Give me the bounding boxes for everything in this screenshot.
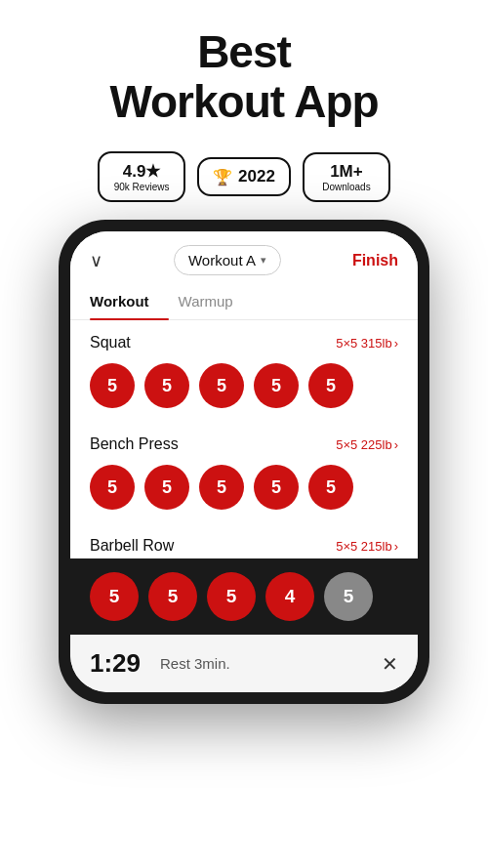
rating-badge: 4.9★ 90k Reviews: [98, 151, 185, 202]
finish-button[interactable]: Finish: [352, 252, 398, 269]
squat-name: Squat: [90, 334, 131, 351]
phone-outer: ∨ Workout A ▾ Finish Workout Warmup: [59, 220, 429, 704]
squat-sets-row: 5 5 5 5 5: [70, 355, 418, 422]
bottom-set-1[interactable]: 5: [90, 572, 139, 621]
award-year: 2022: [238, 167, 275, 186]
squat-set-5[interactable]: 5: [308, 363, 353, 408]
award-badge: 🏆 2022: [197, 157, 291, 196]
exercise-bench-header: Bench Press 5×5 225lb ›: [70, 422, 418, 457]
exercise-list: Squat 5×5 315lb › 5 5 5 5 5 Bench Press: [70, 320, 418, 558]
bench-set-3[interactable]: 5: [199, 465, 244, 510]
rating-value: 4.9★: [123, 161, 161, 182]
rest-label: Rest 3min.: [160, 655, 370, 672]
chevron-right-icon: ›: [394, 336, 398, 351]
title-line2: Workout App: [109, 76, 378, 127]
phone-screen: ∨ Workout A ▾ Finish Workout Warmup: [70, 231, 418, 692]
squat-set-4[interactable]: 5: [254, 363, 299, 408]
exercise-squat-header: Squat 5×5 315lb ›: [70, 320, 418, 355]
bottom-set-5[interactable]: 5: [324, 572, 373, 621]
downloads-badge: 1M+ Downloads: [303, 152, 390, 202]
caret-icon: ▾: [261, 254, 266, 267]
bench-set-5[interactable]: 5: [308, 465, 353, 510]
phone-mockup: ∨ Workout A ▾ Finish Workout Warmup: [59, 220, 429, 704]
bottom-set-2[interactable]: 5: [148, 572, 197, 621]
badges-row: 4.9★ 90k Reviews 🏆 2022 1M+ Downloads: [98, 151, 390, 202]
bottom-set-3[interactable]: 5: [207, 572, 256, 621]
workout-name: Workout A: [188, 252, 256, 269]
bench-set-1[interactable]: 5: [90, 465, 135, 510]
squat-set-3[interactable]: 5: [199, 363, 244, 408]
squat-set-2[interactable]: 5: [144, 363, 189, 408]
bench-set-2[interactable]: 5: [144, 465, 189, 510]
tab-workout[interactable]: Workout: [90, 283, 169, 319]
workout-selector[interactable]: Workout A ▾: [174, 245, 281, 275]
bench-name: Bench Press: [90, 435, 179, 453]
downloads-sub: Downloads: [322, 182, 370, 192]
bench-sets-label: 5×5 225lb ›: [336, 437, 398, 452]
phone-topbar: ∨ Workout A ▾ Finish: [70, 231, 418, 283]
row-sets-label: 5×5 215lb ›: [336, 539, 398, 554]
rest-time-display: 1:29: [90, 648, 148, 679]
close-icon[interactable]: ✕: [382, 652, 398, 676]
exercise-row-header: Barbell Row 5×5 215lb ›: [70, 523, 418, 558]
bottom-sets-bar: 5 5 5 4 5: [70, 558, 418, 635]
downloads-value: 1M+: [330, 162, 363, 182]
row-name: Barbell Row: [90, 537, 174, 555]
chevron-right-icon: ›: [394, 539, 398, 554]
bench-sets-row: 5 5 5 5 5: [70, 457, 418, 523]
squat-set-1[interactable]: 5: [90, 363, 135, 408]
bench-set-4[interactable]: 5: [254, 465, 299, 510]
chevron-down-icon[interactable]: ∨: [90, 250, 102, 271]
header: Best Workout App: [0, 0, 488, 142]
title-line1: Best: [197, 26, 291, 77]
rating-sub: 90k Reviews: [114, 182, 170, 192]
tab-warmup[interactable]: Warmup: [179, 283, 253, 319]
app-title: Best Workout App: [20, 27, 468, 126]
bottom-set-4[interactable]: 4: [265, 572, 314, 621]
tabs-bar: Workout Warmup: [70, 283, 418, 320]
squat-sets-label: 5×5 315lb ›: [336, 336, 398, 351]
rest-timer-bar: 1:29 Rest 3min. ✕: [70, 635, 418, 692]
chevron-right-icon: ›: [394, 437, 398, 452]
trophy-icon: 🏆: [213, 168, 232, 186]
